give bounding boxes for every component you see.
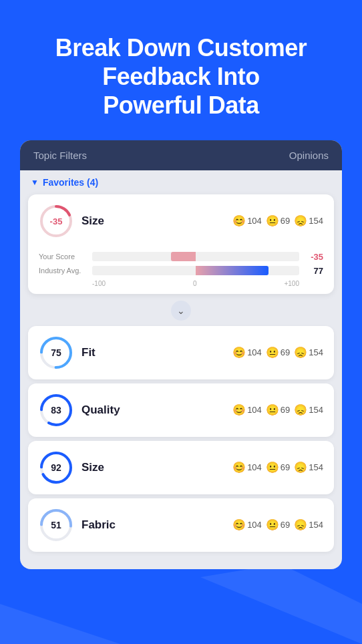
- sad-val: 154: [309, 405, 323, 415]
- hero-title: Break Down Customer Feedback Into Powerf…: [27, 33, 335, 120]
- happy-val: 104: [247, 520, 262, 530]
- sad-count-value: 154: [309, 216, 323, 226]
- item-card[interactable]: 92 Size 😊 104 😐 69 😞 154: [28, 441, 334, 494]
- neutral-icon: 😐: [266, 518, 279, 531]
- item-emoji-group: 😊 104 😐 69 😞 154: [232, 461, 323, 474]
- item-sad: 😞 154: [294, 404, 323, 416]
- main-card: Topic Filters Opinions ▼ Favorites (4) -…: [20, 140, 342, 569]
- chart-section: Your Score -35 Industry Avg. 77 -100 0 +…: [39, 247, 323, 287]
- favorites-chevron-icon: ▼: [31, 178, 39, 187]
- hero-section: Break Down Customer Feedback Into Powerf…: [0, 0, 362, 140]
- item-card[interactable]: 75 Fit 😊 104 😐 69 😞 154: [28, 326, 334, 379]
- card-header: Topic Filters Opinions: [20, 140, 342, 170]
- item-happy: 😊 104: [232, 346, 262, 359]
- item-happy: 😊 104: [232, 404, 262, 416]
- item-neutral: 😐 69: [266, 518, 290, 531]
- item-score-num: 92: [51, 462, 61, 473]
- item-sad: 😞 154: [294, 461, 323, 474]
- sad-icon: 😞: [294, 404, 307, 416]
- sad-val: 154: [309, 347, 323, 357]
- industry-bar-fill: [196, 266, 268, 275]
- hero-title-line1: Break Down Customer: [55, 34, 307, 61]
- items-list: 75 Fit 😊 104 😐 69 😞 154 83 Qualit: [20, 326, 342, 552]
- svg-marker-10: [0, 604, 120, 644]
- happy-val: 104: [247, 405, 262, 415]
- neutral-val: 69: [281, 462, 290, 472]
- industry-bar: [92, 266, 299, 275]
- industry-label: Industry Avg.: [39, 267, 92, 275]
- expanded-emoji-group: 😊 104 😐 69 😞 154: [232, 214, 323, 227]
- item-label: Size: [81, 461, 232, 474]
- happy-val: 104: [247, 462, 262, 472]
- item-sad: 😞 154: [294, 518, 323, 531]
- item-score-num: 75: [51, 347, 61, 358]
- neutral-icon: 😐: [266, 346, 279, 359]
- item-label: Fit: [81, 346, 232, 359]
- happy-icon: 😊: [232, 214, 246, 227]
- happy-icon: 😊: [232, 461, 246, 474]
- item-label: Fabric: [81, 518, 232, 532]
- happy-count-value: 104: [247, 216, 262, 226]
- neutral-count-expanded: 😐 69: [266, 214, 290, 227]
- svg-marker-11: [200, 564, 362, 644]
- chart-axis: -100 0 +100: [92, 280, 299, 287]
- axis-right: +100: [284, 280, 299, 287]
- item-score-circle: 75: [39, 335, 73, 370]
- item-sad: 😞 154: [294, 346, 323, 359]
- expanded-item-row: -35 Size 😊 104 😐 69 😞 154: [39, 204, 323, 238]
- hero-title-line3: Powerful Data: [103, 92, 259, 119]
- industry-value: 77: [299, 266, 323, 276]
- your-score-bar-fill: [171, 252, 196, 261]
- favorites-label: Favorites (4): [43, 177, 98, 188]
- your-score-bar: [92, 252, 299, 261]
- your-score-row: Your Score -35: [39, 252, 323, 262]
- item-label: Quality: [81, 404, 232, 417]
- expanded-card: -35 Size 😊 104 😐 69 😞 154: [28, 194, 334, 294]
- item-score-circle: 92: [39, 450, 73, 485]
- expanded-score-text: -35: [50, 216, 63, 226]
- item-card[interactable]: 51 Fabric 😊 104 😐 69 😞 154: [28, 498, 334, 552]
- item-card[interactable]: 83 Quality 😊 104 😐 69 😞 154: [28, 383, 334, 437]
- item-emoji-group: 😊 104 😐 69 😞 154: [232, 404, 323, 416]
- axis-center: 0: [193, 280, 197, 287]
- chevron-down-button[interactable]: ⌄: [171, 301, 191, 321]
- topic-filters-label: Topic Filters: [33, 150, 87, 161]
- item-score-num: 83: [51, 405, 61, 416]
- axis-left: -100: [92, 280, 106, 287]
- item-emoji-group: 😊 104 😐 69 😞 154: [232, 518, 323, 531]
- item-neutral: 😐 69: [266, 346, 290, 359]
- happy-count-expanded: 😊 104: [232, 214, 262, 227]
- chevron-button-container: ⌄: [20, 301, 342, 321]
- happy-icon: 😊: [232, 404, 246, 416]
- item-emoji-group: 😊 104 😐 69 😞 154: [232, 346, 323, 359]
- opinions-label: Opinions: [289, 150, 329, 161]
- item-happy: 😊 104: [232, 518, 262, 531]
- sad-icon: 😞: [294, 461, 307, 474]
- sad-icon: 😞: [294, 346, 307, 359]
- neutral-icon: 😐: [266, 461, 279, 474]
- neutral-icon: 😐: [266, 214, 279, 227]
- sad-val: 154: [309, 520, 323, 530]
- sad-icon: 😞: [294, 214, 307, 227]
- item-score-num: 51: [51, 520, 61, 530]
- neutral-val: 69: [281, 405, 290, 415]
- favorites-row[interactable]: ▼ Favorites (4): [20, 170, 342, 192]
- chevron-down-icon: ⌄: [177, 305, 185, 316]
- sad-icon: 😞: [294, 518, 307, 531]
- item-score-circle: 51: [39, 508, 73, 542]
- sad-val: 154: [309, 462, 323, 472]
- happy-icon: 😊: [232, 518, 246, 531]
- expanded-score-circle: -35: [39, 204, 73, 238]
- expanded-item-label: Size: [81, 214, 232, 228]
- item-happy: 😊 104: [232, 461, 262, 474]
- happy-icon: 😊: [232, 346, 246, 359]
- sad-count-expanded: 😞 154: [294, 214, 323, 227]
- neutral-icon: 😐: [266, 404, 279, 416]
- hero-title-line2: Feedback Into: [102, 63, 260, 90]
- item-neutral: 😐 69: [266, 404, 290, 416]
- your-score-value: -35: [299, 252, 323, 262]
- neutral-val: 69: [281, 520, 290, 530]
- neutral-val: 69: [281, 347, 290, 357]
- your-score-label: Your Score: [39, 253, 92, 261]
- item-neutral: 😐 69: [266, 461, 290, 474]
